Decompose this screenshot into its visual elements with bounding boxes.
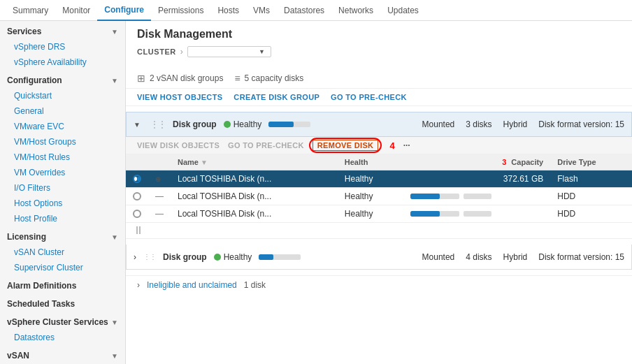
chevron-down-icon: ▼ xyxy=(111,352,118,360)
sidebar-section-licensing[interactable]: Licensing ▼ xyxy=(0,226,125,245)
sidebar-section-scheduled-tasks[interactable]: Scheduled Tasks xyxy=(0,293,125,312)
sidebar-item-host-options[interactable]: Host Options xyxy=(0,196,125,211)
row-drive-type-cell: HDD xyxy=(550,205,632,223)
capacity-bar-fill xyxy=(410,194,440,199)
disk-group-1-version: Disk format version: 15 xyxy=(538,119,624,129)
table-row[interactable]: — Local TOSHIBA Disk (n... Healthy xyxy=(126,188,632,205)
disk-group-2-header: › ⋮⋮ Disk group Healthy Mounted 4 disks … xyxy=(126,245,632,270)
sidebar-item-io-filters[interactable]: I/O Filters xyxy=(0,180,125,196)
row-expand-cell[interactable]: — xyxy=(148,205,171,223)
sidebar-item-general[interactable]: General xyxy=(0,103,125,119)
nav-networks[interactable]: Networks xyxy=(331,0,380,21)
disk-groups-count: 2 vSAN disk groups xyxy=(150,73,223,83)
radio-button[interactable] xyxy=(133,192,141,201)
row-radio-cell[interactable] xyxy=(126,205,148,223)
disk-groups-icon: ⊞ xyxy=(137,73,145,84)
table-row[interactable]: — Local TOSHIBA Disk (n... Healthy xyxy=(126,205,632,223)
expand-icon[interactable]: ⊕ xyxy=(155,175,161,183)
disk-group-1-status: Mounted xyxy=(422,119,455,129)
view-host-objects-button[interactable]: VIEW HOST OBJECTS xyxy=(137,93,222,101)
capacity-disks-stat: ≡ 5 capacity disks xyxy=(234,73,303,84)
annotation-3-badge: 3 xyxy=(502,158,506,166)
row-health-cell: Healthy xyxy=(338,188,403,205)
capacity-bar xyxy=(410,211,544,217)
sidebar-item-supervisor-cluster[interactable]: Supervisor Cluster xyxy=(0,260,125,275)
create-disk-group-button[interactable]: CREATE DISK GROUP xyxy=(234,93,319,101)
row-radio-cell[interactable] xyxy=(126,170,148,188)
row-capacity-cell xyxy=(403,188,551,205)
row-expand-cell[interactable]: ⊕ xyxy=(148,170,171,188)
row-health-cell: Healthy xyxy=(338,205,403,223)
disk-group-2-health-text: Healthy xyxy=(224,252,252,262)
breadcrumb-cluster-dropdown[interactable]: ▼ xyxy=(187,46,271,57)
row-name-cell: Local TOSHIBA Disk (n... xyxy=(171,188,338,205)
radio-button[interactable] xyxy=(133,175,141,183)
stats-bar: ⊞ 2 vSAN disk groups ≡ 5 capacity disks xyxy=(126,68,632,89)
nav-hosts[interactable]: Hosts xyxy=(210,0,246,21)
ineligible-expand-button[interactable]: › xyxy=(137,280,140,290)
sidebar-section-configuration[interactable]: Configuration ▼ xyxy=(0,70,125,88)
sidebar-item-vmhost-rules[interactable]: VM/Host Rules xyxy=(0,150,125,165)
disk-icon: — xyxy=(155,191,164,201)
sidebar-item-vsan-cluster[interactable]: vSAN Cluster xyxy=(0,245,125,260)
sidebar-item-vm-overrides[interactable]: VM Overrides xyxy=(0,165,125,180)
table-row[interactable]: ⊕ Local TOSHIBA Disk (n... Healthy 372.6… xyxy=(126,170,632,188)
row-drive-type-cell: Flash xyxy=(550,170,632,188)
row-drive-type-cell: HDD xyxy=(550,188,632,205)
content-area: Disk Management CLUSTER › ▼ ⊞ 2 vSAN dis… xyxy=(126,21,632,364)
capacity-bar-background xyxy=(410,194,459,199)
sidebar-item-vsphere-drs[interactable]: vSphere DRS xyxy=(0,39,125,54)
sidebar-item-vmhost-groups[interactable]: VM/Host Groups xyxy=(0,134,125,150)
nav-permissions[interactable]: Permissions xyxy=(151,0,210,21)
sidebar-item-host-profile[interactable]: Host Profile xyxy=(0,211,125,226)
disk-group-1-type: Hybrid xyxy=(503,119,528,129)
nav-vms[interactable]: VMs xyxy=(246,0,277,21)
capacity-disks-icon: ≡ xyxy=(234,73,240,84)
drag-handle-icon: ⋮⋮ xyxy=(143,253,156,261)
disk-group-2-section: › ⋮⋮ Disk group Healthy Mounted 4 disks … xyxy=(126,245,632,270)
capacity-disks-count: 5 capacity disks xyxy=(245,73,304,83)
sidebar: Services ▼ vSphere DRS vSphere Availabil… xyxy=(0,21,126,364)
go-to-pre-check-button[interactable]: GO TO PRE-CHECK xyxy=(331,93,407,101)
col-expand xyxy=(148,154,171,170)
remove-disk-button[interactable]: REMOVE DISK xyxy=(313,140,379,151)
nav-updates[interactable]: Updates xyxy=(380,0,426,21)
sidebar-item-quickstart[interactable]: Quickstart xyxy=(0,88,125,103)
disk-group-2-progress xyxy=(259,254,301,260)
chevron-down-icon: ▼ xyxy=(111,233,118,241)
more-actions-button[interactable]: ··· xyxy=(403,140,410,150)
disk-groups-stat: ⊞ 2 vSAN disk groups xyxy=(137,73,223,84)
view-disk-objects-button[interactable]: VIEW DISK OBJECTS xyxy=(137,141,220,150)
disk-group-1-health-text: Healthy xyxy=(234,119,262,129)
sidebar-item-vsphere-availability[interactable]: vSphere Availability xyxy=(0,54,125,70)
filter-icon[interactable]: ▼ xyxy=(201,159,208,166)
ineligible-link[interactable]: Ineligible and unclaimed xyxy=(147,280,237,290)
table-header-row: Name ▼ Health 3 Capacity Drive Type xyxy=(126,154,632,170)
disk-group-1-collapse-button[interactable]: ▼ xyxy=(134,121,143,129)
nav-summary[interactable]: Summary xyxy=(6,0,55,21)
disk-group-1-disks: 3 disks xyxy=(466,119,491,129)
nav-monitor[interactable]: Monitor xyxy=(55,0,97,21)
nav-datastores[interactable]: Datastores xyxy=(277,0,331,21)
sidebar-section-vsan[interactable]: vSAN ▼ xyxy=(0,345,125,363)
row-expand-cell[interactable]: — xyxy=(148,188,171,205)
disk-group-2-health: Healthy xyxy=(214,252,252,262)
row-radio-cell[interactable] xyxy=(126,188,148,205)
sidebar-item-vmware-evc[interactable]: VMware EVC xyxy=(0,119,125,134)
go-to-pre-check-sub-button[interactable]: GO TO PRE-CHECK xyxy=(228,141,304,150)
sidebar-section-alarm-definitions[interactable]: Alarm Definitions xyxy=(0,275,125,293)
annotation-4-badge: 4 xyxy=(389,140,394,151)
sidebar-section-vsphere-cluster-services[interactable]: vSphere Cluster Services ▼ xyxy=(0,312,125,330)
disk-group-1-label: Disk group xyxy=(173,119,217,129)
sidebar-section-services[interactable]: Services ▼ xyxy=(0,21,125,39)
nav-configure[interactable]: Configure xyxy=(97,0,151,21)
sidebar-item-datastores[interactable]: Datastores xyxy=(0,330,125,345)
disk-group-2-collapse-button[interactable]: › xyxy=(134,252,136,262)
progress-bar-fill xyxy=(268,122,294,127)
radio-button[interactable] xyxy=(133,210,141,218)
disk-group-2-disks: 4 disks xyxy=(466,252,491,262)
disk-group-1-table: Name ▼ Health 3 Capacity Drive Type xyxy=(126,154,632,239)
ineligible-disk-count: 1 disk xyxy=(244,280,266,290)
chevron-down-icon: ▼ xyxy=(111,77,118,85)
breadcrumb-cluster-label: CLUSTER xyxy=(137,48,176,56)
